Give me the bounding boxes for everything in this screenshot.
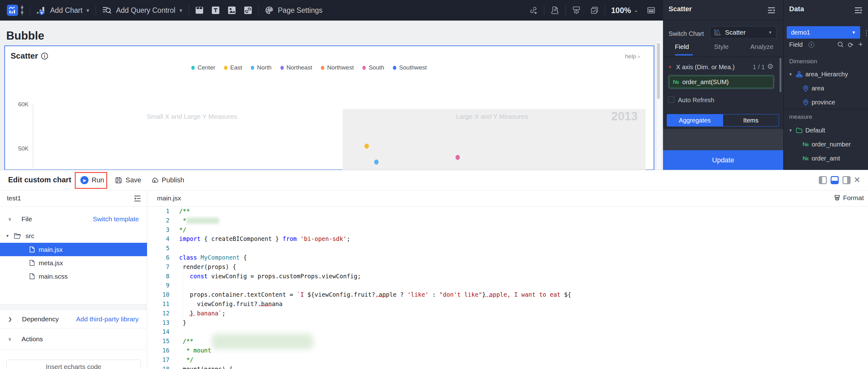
page-settings-button[interactable]: Page Settings bbox=[264, 5, 322, 15]
code-text: */ bbox=[179, 225, 186, 235]
canvas-scrollbar-thumb[interactable] bbox=[657, 43, 660, 99]
scatter-point-north[interactable] bbox=[374, 160, 378, 164]
add-third-party-library-link[interactable]: Add third-party library bbox=[76, 315, 138, 323]
tab-widget-icon[interactable] bbox=[195, 6, 204, 15]
tab-style[interactable]: Style bbox=[714, 43, 729, 51]
play-icon: ▶ bbox=[81, 176, 89, 184]
geo-pin-icon bbox=[803, 99, 809, 106]
save-button[interactable]: Save bbox=[115, 176, 141, 184]
tree-item-order_amt[interactable]: №order_amt bbox=[783, 151, 868, 165]
grid-table-icon[interactable] bbox=[646, 5, 656, 15]
tree-item-default-folder[interactable]: ▼Default bbox=[783, 123, 868, 137]
geo-pin-icon bbox=[803, 85, 809, 92]
gear-icon[interactable]: ⚙ bbox=[767, 62, 774, 71]
widget-title: Scatter i bbox=[10, 51, 48, 61]
theme-brush-icon[interactable] bbox=[571, 5, 581, 15]
auto-refresh-checkbox[interactable] bbox=[668, 97, 674, 103]
help-link[interactable]: help › bbox=[625, 53, 640, 60]
run-button[interactable]: ▶ Run bbox=[81, 176, 104, 184]
add-query-control-button[interactable]: Add Query Control ▼ bbox=[101, 5, 183, 16]
divider bbox=[544, 5, 544, 16]
tree-item-area[interactable]: area bbox=[783, 81, 868, 95]
code-text: class MyComponent { bbox=[179, 253, 247, 263]
report-export-icon[interactable] bbox=[550, 5, 560, 15]
tree-item-order_number[interactable]: №order_number bbox=[783, 137, 868, 151]
line-number: 11 bbox=[147, 300, 169, 309]
config-scrollbar-thumb[interactable] bbox=[779, 58, 781, 92]
redacted-text-blob bbox=[186, 218, 219, 224]
collapse-sidebar-icon[interactable] bbox=[133, 194, 142, 203]
layer-slider-icon[interactable] bbox=[20, 5, 24, 16]
line-number: 17 bbox=[147, 355, 169, 365]
file-item-main-scss[interactable]: main.scss bbox=[0, 270, 147, 283]
dashboard-canvas: Bubble Scatter i help › CenterEastNorthN… bbox=[0, 21, 663, 170]
actions-row[interactable]: ∨ Actions bbox=[0, 329, 147, 350]
zoom-level-value: 100% bbox=[611, 6, 631, 15]
src-folder-row[interactable]: ▼ src bbox=[0, 230, 147, 242]
dataset-dropdown[interactable]: demo1 ▼ bbox=[787, 26, 860, 39]
app-logo-icon[interactable] bbox=[7, 5, 18, 16]
scatter-point-south[interactable] bbox=[456, 155, 460, 160]
line-number: 1 bbox=[147, 207, 169, 216]
legend-item[interactable]: Northeast bbox=[280, 64, 312, 71]
publish-button[interactable]: Publish bbox=[151, 176, 184, 184]
kebab-menu-icon[interactable]: ⋮ bbox=[863, 29, 868, 37]
update-button[interactable]: Update bbox=[663, 150, 783, 170]
file-item-main-jsx[interactable]: main.jsx bbox=[0, 243, 147, 256]
legend-item[interactable]: South bbox=[362, 64, 384, 71]
format-button[interactable]: Format bbox=[834, 194, 864, 202]
query-control-icon bbox=[101, 5, 112, 16]
image-widget-icon[interactable] bbox=[227, 6, 237, 15]
info-icon[interactable]: i bbox=[808, 42, 814, 48]
switch-chart-dropdown[interactable]: Scatter ▼ bbox=[710, 26, 776, 39]
field-chip-order-amt-sum[interactable]: № order_amt(SUM) bbox=[669, 76, 774, 88]
file-item-meta-jsx[interactable]: meta.jsx bbox=[0, 256, 147, 270]
project-name: test1 bbox=[7, 194, 21, 202]
legend-item[interactable]: East bbox=[224, 64, 242, 71]
tab-main-jsx[interactable]: main.jsx bbox=[157, 194, 181, 202]
text-widget-icon[interactable] bbox=[211, 6, 220, 15]
batch-select-icon[interactable] bbox=[589, 5, 599, 15]
collapse-panel-icon[interactable] bbox=[767, 6, 776, 14]
x-axis-field-count: 1 / 1 bbox=[753, 64, 765, 71]
link-widget-icon[interactable] bbox=[243, 6, 253, 15]
redacted-comment-blob bbox=[212, 334, 313, 349]
close-icon[interactable]: ✕ bbox=[854, 175, 861, 185]
search-icon[interactable] bbox=[837, 41, 844, 48]
link-filter-icon[interactable] bbox=[528, 5, 538, 15]
tab-analyze[interactable]: Analyze bbox=[750, 43, 774, 51]
info-icon[interactable]: i bbox=[41, 53, 48, 60]
tree-item-province[interactable]: province bbox=[783, 95, 868, 110]
add-field-icon[interactable]: + bbox=[858, 40, 863, 49]
scatter-point-east[interactable] bbox=[365, 144, 369, 149]
divider bbox=[663, 20, 783, 20]
legend-item[interactable]: North bbox=[251, 64, 271, 71]
line-number: 6 bbox=[147, 253, 169, 263]
file-section-row[interactable]: ∨ File Switch template bbox=[0, 212, 147, 226]
code-line: 17 */ bbox=[147, 355, 868, 365]
zoom-level-dropdown[interactable]: 100% ⌄ bbox=[611, 6, 638, 15]
layout-left-panel-icon[interactable] bbox=[819, 176, 827, 184]
legend-item[interactable]: Center bbox=[191, 64, 215, 71]
refresh-icon[interactable]: ⟳ bbox=[848, 41, 854, 49]
aggregates-toggle-button[interactable]: Aggregates bbox=[667, 114, 723, 126]
items-toggle-button[interactable]: Items bbox=[723, 114, 779, 126]
code-text: * bbox=[179, 216, 219, 225]
collapse-panel-icon[interactable] bbox=[854, 6, 863, 14]
add-chart-button[interactable]: Add Chart ▼ bbox=[36, 5, 90, 16]
x-axis-drop-zone[interactable]: № order_amt(SUM) bbox=[668, 75, 775, 89]
dependency-row[interactable]: ❯ Dependency Add third-party library bbox=[0, 310, 147, 329]
code-line: 10 props.container.textContent = `I ${vi… bbox=[147, 290, 868, 300]
layout-right-panel-icon[interactable] bbox=[842, 176, 850, 184]
chevron-down-icon: ▼ bbox=[851, 30, 856, 35]
code-line: 9 bbox=[147, 281, 868, 290]
tab-field[interactable]: Field bbox=[675, 43, 689, 51]
legend-item[interactable]: Northwest bbox=[321, 64, 354, 71]
scatter-widget-card[interactable]: Scatter i help › CenterEastNorthNortheas… bbox=[4, 45, 654, 170]
tree-item-area-hierarchy[interactable]: ▼area_Hierarchy bbox=[783, 67, 868, 81]
file-list: main.jsxmeta.jsxmain.scss bbox=[0, 243, 147, 283]
layout-bottom-panel-icon[interactable] bbox=[831, 176, 839, 184]
insert-echarts-code-button[interactable]: Insert echarts code bbox=[6, 360, 141, 369]
legend-item[interactable]: Southwest bbox=[393, 64, 427, 71]
switch-template-link[interactable]: Switch template bbox=[93, 215, 139, 223]
